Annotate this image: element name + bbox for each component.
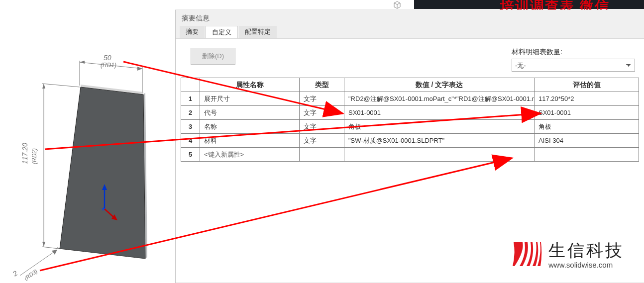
svg-marker-21 <box>52 250 57 255</box>
th-type: 类型 <box>300 78 344 92</box>
svg-line-17 <box>42 247 59 249</box>
panel-title: 摘要信息 <box>176 10 644 26</box>
brand-watermark: 生信科技 www.solidwise.com <box>513 241 624 269</box>
svg-line-20 <box>20 250 57 276</box>
brand-text-en: www.solidwise.com <box>548 261 624 269</box>
dim-width-label: (RD1) <box>101 62 116 69</box>
bom-select[interactable]: -无- <box>512 59 635 72</box>
svg-marker-19 <box>42 242 45 247</box>
cube-icon <box>393 1 401 9</box>
th-eval: 评估的值 <box>535 78 639 92</box>
th-expr: 数值 / 文字表达 <box>344 78 535 92</box>
delete-button[interactable]: 删除(D) <box>191 48 235 65</box>
table-row: 5 <键入新属性> <box>181 148 639 162</box>
dim-height-label: (RD2) <box>31 148 38 164</box>
svg-marker-13 <box>80 61 85 64</box>
properties-table[interactable]: 属性名称 类型 数值 / 文字表达 评估的值 1 展开尺寸 文字 "RD2@注解… <box>181 78 639 162</box>
th-index <box>181 78 200 92</box>
tab-custom[interactable]: 自定义 <box>206 26 238 38</box>
dim-thick-value: 2 <box>11 269 19 278</box>
brand-logo-icon <box>513 241 542 269</box>
svg-line-16 <box>42 84 80 87</box>
dim-height-value: 117.20 <box>21 143 29 164</box>
topbar-divider <box>175 9 644 9</box>
dim-thick-label: (RD3) <box>23 268 38 282</box>
th-name: 属性名称 <box>200 78 300 92</box>
tabs: 摘要 自定义 配置特定 <box>176 26 644 38</box>
table-row: 3 名称 文字 角板 角板 <box>181 120 639 134</box>
tab-summary[interactable]: 摘要 <box>180 26 205 38</box>
brand-text-cn: 生信科技 <box>548 242 624 259</box>
bom-label: 材料明细表数量: <box>512 48 635 57</box>
svg-text:*: * <box>102 206 105 216</box>
table-row: 2 代号 文字 SX01-0001 SX01-0001 <box>181 106 639 120</box>
svg-marker-18 <box>42 84 45 89</box>
dim-width-value: 50 <box>104 54 111 62</box>
table-row: 1 展开尺寸 文字 "RD2@注解@SX01-0001.moPart_c"*"R… <box>181 92 639 106</box>
tab-config[interactable]: 配置特定 <box>239 26 277 38</box>
svg-marker-14 <box>137 67 142 71</box>
drawing-viewport[interactable]: * 50 (RD1) 117.20 (RD2) 2 (RD3) <box>0 10 175 283</box>
table-row: 4 材料 文字 "SW-材质@SX01-0001.SLDPRT" AISI 30… <box>181 134 639 148</box>
svg-marker-0 <box>60 87 145 259</box>
